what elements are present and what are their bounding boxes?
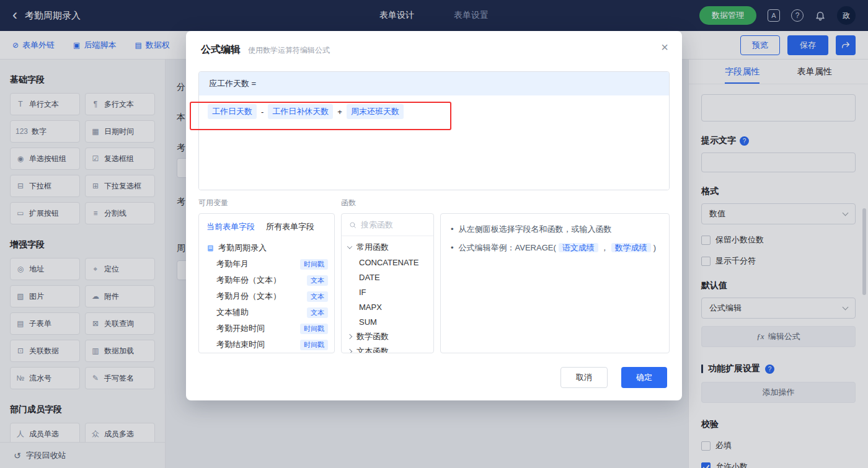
- variable-field-row[interactable]: 考勤年月时间戳: [199, 256, 334, 272]
- dialog-subtitle: 使用数学运算符编辑公式: [248, 45, 330, 56]
- formula-target: 应工作天数 =: [199, 72, 669, 95]
- help-example-prefix: 公式编辑举例：AVERAGE(: [459, 243, 556, 252]
- variable-field-name: 文本辅助: [216, 307, 249, 318]
- variable-field-list: 考勤年月时间戳考勤年份（文本）文本考勤月份（文本）文本文本辅助文本考勤开始时间时…: [199, 256, 334, 353]
- help-line-2: • 公式编辑举例：AVERAGE(语文成绩，数学成绩): [451, 241, 659, 255]
- functions-panel: 常用函数CONCATENATEDATEIFMAPXSUM数学函数文本函数: [341, 213, 434, 353]
- variable-type-badge: 文本: [307, 307, 328, 318]
- variable-field-row[interactable]: 考勤结束时间时间戳: [199, 337, 334, 353]
- caret-right-icon: [347, 334, 352, 339]
- example-field-chip: 数学成绩: [611, 243, 651, 252]
- tab-current-form-fields[interactable]: 当前表单字段: [206, 221, 255, 232]
- help-example-suffix: ): [653, 243, 656, 252]
- close-icon[interactable]: ×: [661, 41, 668, 53]
- example-field-chip: 语文成绩: [559, 243, 598, 252]
- help-example: 公式编辑举例：AVERAGE(语文成绩，数学成绩): [459, 241, 657, 255]
- formula-editor-dialog: 公式编辑 使用数学运算符编辑公式 × 应工作天数 = 工作日天数-工作日补休天数…: [186, 31, 682, 400]
- function-item[interactable]: CONCATENATE: [342, 255, 433, 270]
- formula-field-chip[interactable]: 工作日补休天数: [268, 104, 333, 119]
- function-tree: 常用函数CONCATENATEDATEIFMAPXSUM数学函数文本函数: [342, 236, 433, 353]
- variable-field-row[interactable]: 考勤月份（文本）文本: [199, 288, 334, 304]
- formula-editor-box: 应工作天数 = 工作日天数-工作日补休天数+周末还班天数: [198, 71, 670, 190]
- formula-input-area[interactable]: 工作日天数-工作日补休天数+周末还班天数: [199, 95, 669, 190]
- formula-operator: +: [337, 107, 342, 117]
- variable-type-badge: 时间戳: [300, 259, 328, 270]
- column-labels: 可用变量 函数: [198, 198, 670, 208]
- variables-root-label: 考勤周期录入: [218, 242, 267, 254]
- function-item[interactable]: DATE: [342, 270, 433, 285]
- function-group-label: 常用函数: [356, 242, 389, 253]
- formula-field-chip[interactable]: 工作日天数: [208, 104, 257, 119]
- dialog-footer: 取消 确定: [560, 367, 667, 388]
- picker-columns: 当前表单字段 所有表单字段 考勤周期录入 考勤年月时间戳考勤年份（文本）文本考勤…: [198, 213, 670, 353]
- dialog-header: 公式编辑 使用数学运算符编辑公式: [186, 31, 682, 56]
- document-icon: [206, 244, 215, 252]
- variable-type-badge: 时间戳: [300, 340, 328, 350]
- variable-type-badge: 文本: [307, 275, 328, 286]
- function-item[interactable]: IF: [342, 285, 433, 299]
- bullet-icon: •: [451, 241, 454, 255]
- confirm-button[interactable]: 确定: [621, 367, 667, 388]
- function-group-label: 数学函数: [356, 331, 389, 342]
- help-example-separator: ，: [601, 243, 609, 252]
- variable-field-row[interactable]: 文本辅助文本: [199, 304, 334, 320]
- variables-panel: 当前表单字段 所有表单字段 考勤周期录入 考勤年月时间戳考勤年份（文本）文本考勤…: [198, 213, 335, 353]
- formula-expression: 工作日天数-工作日补休天数+周末还班天数: [208, 104, 404, 119]
- function-search-input[interactable]: [361, 220, 426, 229]
- function-group-label: 文本函数: [356, 346, 389, 353]
- variable-type-badge: 文本: [307, 291, 328, 302]
- variable-field-name: 考勤年月: [216, 258, 249, 270]
- variable-field-name: 考勤结束时间: [216, 339, 265, 350]
- caret-down-icon: [347, 244, 352, 249]
- function-group-expanded[interactable]: 常用函数: [342, 240, 433, 255]
- variable-field-name: 考勤年份（文本）: [216, 275, 281, 286]
- formula-help-panel: • 从左侧面板选择字段名和函数，或输入函数 • 公式编辑举例：AVERAGE(语…: [440, 213, 670, 353]
- variable-field-row[interactable]: 考勤年份（文本）文本: [199, 272, 334, 288]
- help-line-1: • 从左侧面板选择字段名和函数，或输入函数: [451, 223, 659, 236]
- variables-root-node[interactable]: 考勤周期录入: [199, 239, 334, 256]
- help-text: 从左侧面板选择字段名和函数，或输入函数: [459, 223, 612, 236]
- formula-operator: -: [261, 107, 264, 117]
- functions-label: 函数: [341, 198, 356, 208]
- bullet-icon: •: [451, 223, 454, 236]
- cancel-button[interactable]: 取消: [560, 367, 608, 388]
- variable-type-badge: 时间戳: [300, 324, 328, 334]
- variables-tabs: 当前表单字段 所有表单字段: [199, 214, 334, 239]
- dialog-title: 公式编辑: [201, 43, 241, 56]
- function-search: [342, 214, 433, 236]
- variable-field-row[interactable]: 考勤开始时间时间戳: [199, 320, 334, 337]
- formula-field-chip[interactable]: 周末还班天数: [347, 104, 404, 119]
- caret-right-icon: [347, 349, 352, 353]
- function-group-collapsed[interactable]: 文本函数: [342, 344, 433, 353]
- function-group-collapsed[interactable]: 数学函数: [342, 329, 433, 344]
- variable-field-name: 考勤月份（文本）: [216, 291, 281, 302]
- variable-field-name: 考勤开始时间: [216, 323, 265, 334]
- app: ‹ 考勤周期录入 表单设计 表单设置 数据管理 A ? 政 ⊘ 表单外链 ▣ 后…: [0, 0, 868, 468]
- tab-all-form-fields[interactable]: 所有表单字段: [266, 221, 314, 232]
- variables-label: 可用变量: [198, 198, 341, 208]
- search-icon: [349, 221, 356, 229]
- function-item[interactable]: MAPX: [342, 299, 433, 314]
- function-item[interactable]: SUM: [342, 314, 433, 329]
